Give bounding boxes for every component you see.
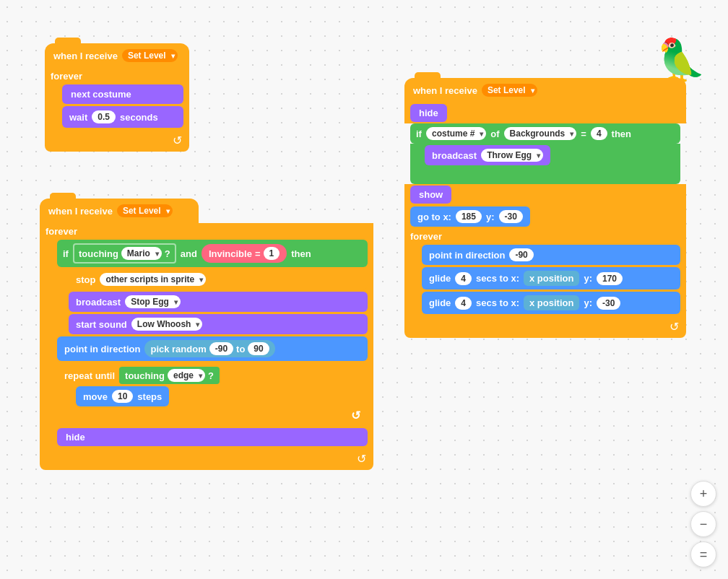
glide1-secs[interactable]: 4 (455, 272, 472, 285)
steps-value[interactable]: 10 (112, 390, 133, 403)
stack3-hat-label: when I receive (413, 85, 477, 96)
stop-option-dropdown[interactable]: other scripts in sprite (100, 273, 206, 286)
repeat-until-row: repeat until touching edge ? (64, 367, 360, 384)
stack2-forever-label: forever (46, 226, 77, 237)
stack1-hat-label: when I receive (53, 51, 118, 61)
if-close (410, 168, 680, 184)
edge-dropdown[interactable]: edge (168, 369, 205, 382)
start-sound-block[interactable]: start sound Low Whoosh (69, 314, 368, 334)
dir-val[interactable]: -90 (509, 248, 533, 261)
stack1-forever-label: forever (51, 71, 82, 82)
zoom-controls: + − = (690, 481, 716, 567)
stack1-wait[interactable]: wait 0.5 seconds (62, 106, 183, 128)
stack1: when I receive Set Level forever next co… (45, 43, 189, 152)
stack3-goto-row: go to x: 185 y: -30 (404, 205, 686, 228)
goto-block[interactable]: go to x: 185 y: -30 (410, 206, 530, 227)
point-dir-block[interactable]: point in direction -90 (422, 245, 680, 265)
x-val[interactable]: 185 (456, 210, 482, 223)
stack3-hat-dropdown[interactable]: Set Level (482, 84, 537, 97)
point-direction-block[interactable]: point in direction pick random -90 to 90 (57, 336, 368, 361)
stack3-forever-row: forever (404, 228, 686, 245)
glide1-yval[interactable]: 170 (597, 272, 623, 285)
mascot-icon: 🦜 (656, 36, 706, 84)
stack1-next-costume[interactable]: next costume (62, 84, 183, 104)
stack3-forever-label: forever (410, 231, 442, 242)
stack3: when I receive Set Level hide if costume… (404, 78, 686, 338)
stack3-show-row: show (404, 184, 686, 205)
stop-egg-dropdown[interactable]: Stop Egg (125, 295, 181, 308)
random-pos90[interactable]: 90 (248, 342, 269, 355)
zoom-reset-button[interactable]: = (690, 541, 716, 567)
move-steps-container: move 10 steps (76, 386, 360, 406)
glide2-secs[interactable]: 4 (455, 297, 472, 310)
show-block[interactable]: show (410, 186, 451, 204)
repeat-loop-arrow: ↺ (64, 409, 360, 422)
invincible-block[interactable]: Invincible = 1 (202, 244, 287, 263)
glide2-xpos[interactable]: x position (524, 295, 579, 310)
stack3-forever-inner: point in direction -90 glide 4 secs to x… (404, 245, 686, 317)
stack1-forever-outer: forever (45, 68, 189, 84)
hide-block[interactable]: hide (57, 428, 368, 446)
stack3-hat: when I receive Set Level (404, 78, 686, 103)
value4[interactable]: 4 (591, 127, 607, 140)
stack3-hide-row: hide (404, 103, 686, 123)
glide2-block[interactable]: glide 4 secs to x: x position y: -30 (422, 292, 680, 314)
broadcast-stop-egg[interactable]: broadcast Stop Egg (69, 292, 368, 312)
stop-block[interactable]: stop other scripts in sprite (69, 269, 368, 290)
stack1-inner: next costume wait 0.5 seconds (45, 84, 189, 131)
sound-dropdown[interactable]: Low Whoosh (131, 318, 203, 331)
stack1-hat: when I receive Set Level (45, 43, 189, 68)
stack3-hide-block[interactable]: hide (410, 104, 447, 122)
costume-hash-dropdown[interactable]: costume # (426, 127, 486, 140)
touching-edge-block[interactable]: touching edge ? (119, 367, 220, 384)
stack2-loop-arrow: ↺ (40, 449, 373, 470)
y-val[interactable]: -30 (499, 210, 523, 223)
stack1-hat-dropdown[interactable]: Set Level (122, 49, 178, 62)
stack2: when I receive Set Level forever if touc… (40, 199, 373, 470)
broadcast-throw-egg[interactable]: broadcast Throw Egg (425, 145, 550, 165)
stack1-loop-arrow: ↺ (45, 131, 189, 152)
glide1-block[interactable]: glide 4 secs to x: x position y: 170 (422, 267, 680, 290)
move-block[interactable]: move 10 steps (76, 386, 169, 406)
stack2-inner: if touching Mario ? and Invincible = 1 t… (40, 240, 373, 449)
stack2-hat-dropdown[interactable]: Set Level (117, 204, 173, 217)
stack2-hat-label: when I receive (48, 206, 113, 217)
stack3-if-row[interactable]: if costume # of Backgrounds = 4 then (410, 123, 680, 144)
stack2-if-row[interactable]: if touching Mario ? and Invincible = 1 t… (57, 240, 368, 267)
stack2-hat: when I receive Set Level (40, 199, 199, 223)
zoom-in-button[interactable]: + (690, 481, 716, 507)
stack2-forever-row: forever (40, 223, 373, 240)
invincible-value[interactable]: 1 (264, 247, 280, 260)
glide1-xpos[interactable]: x position (524, 271, 579, 286)
glide2-yval[interactable]: -30 (597, 297, 620, 310)
mario-dropdown[interactable]: Mario (121, 247, 162, 260)
touching-mario-block[interactable]: touching Mario ? (73, 243, 176, 264)
repeat-until-block[interactable]: repeat until touching edge ? move 10 ste… (57, 363, 368, 426)
stack3-if-inner: broadcast Throw Egg (410, 144, 680, 168)
random-neg90[interactable]: -90 (209, 342, 233, 355)
pick-random-block[interactable]: pick random -90 to 90 (144, 340, 274, 357)
throw-egg-dropdown[interactable]: Throw Egg (481, 149, 543, 162)
stack3-loop-arrow: ↺ (404, 317, 686, 338)
backgrounds-dropdown[interactable]: Backgrounds (504, 127, 577, 140)
stack1-wait-value[interactable]: 0.5 (92, 110, 116, 123)
zoom-out-button[interactable]: − (690, 511, 716, 537)
